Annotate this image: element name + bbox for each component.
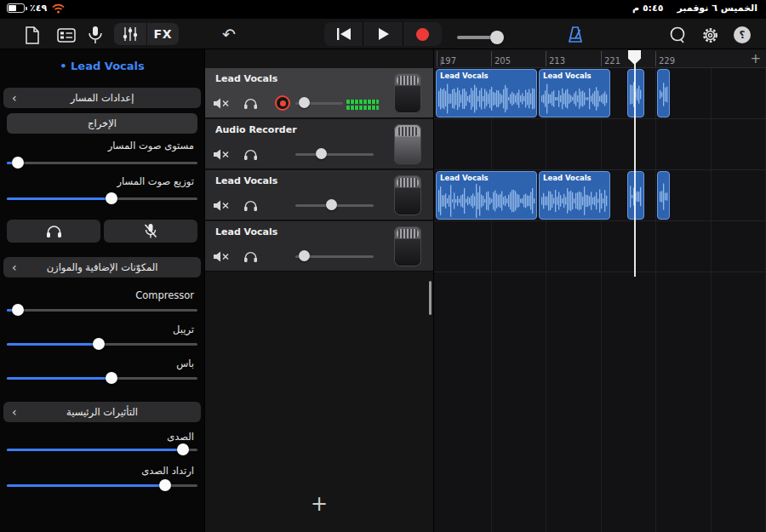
audio-region[interactable]: Lead Vocals (539, 69, 610, 117)
slider-thumb[interactable] (316, 148, 327, 159)
track-pan-slider[interactable] (7, 192, 197, 204)
level-meter (346, 100, 379, 112)
timeline-ruler[interactable]: + 197F205213221229 (434, 49, 766, 68)
record-button[interactable] (403, 22, 442, 46)
slider-thumb[interactable] (12, 157, 24, 169)
monitor-headphones-icon[interactable] (241, 248, 260, 265)
wifi-icon (52, 3, 65, 14)
rewind-button[interactable] (324, 22, 363, 46)
timeline-area: + 197F205213221229 Lead VocalsLead Vocal… (434, 49, 766, 532)
region-label: Lead Vocals (437, 172, 536, 182)
toolbar: FX ↶ ؟ (0, 19, 766, 49)
track-view-icon[interactable] (56, 25, 77, 45)
mic-monitor-off-button[interactable] (104, 220, 197, 243)
help-icon: ؟ (734, 26, 751, 43)
help-button[interactable]: ؟ (732, 25, 752, 45)
clock-time: ٥:٤٥ م (632, 3, 663, 14)
slider-thumb[interactable] (159, 479, 171, 491)
echo-slider[interactable] (7, 443, 197, 455)
master-volume-slider[interactable] (457, 31, 554, 43)
lane-row[interactable] (434, 119, 766, 170)
add-track-button[interactable]: + (306, 492, 332, 516)
mute-icon[interactable] (212, 146, 231, 163)
audio-region[interactable]: Lead Vocals (436, 171, 537, 220)
mic-slash-icon (143, 223, 158, 239)
metronome-icon[interactable] (565, 25, 586, 45)
slider-thumb[interactable] (177, 443, 189, 455)
track-volume-slider[interactable] (295, 250, 374, 262)
bass-label: باس (9, 358, 194, 369)
mute-icon[interactable] (212, 248, 231, 265)
track-volume-slider[interactable] (7, 157, 197, 169)
track-settings-sidebar: • Lead Vocals ‹ إعدادات المسار الإخراج م… (0, 49, 204, 532)
slider-thumb[interactable] (299, 97, 310, 108)
audio-region[interactable] (627, 69, 644, 117)
treble-slider[interactable] (7, 338, 197, 350)
transport-controls (324, 22, 442, 46)
mute-icon[interactable] (212, 197, 231, 214)
audio-region[interactable] (657, 171, 670, 220)
track-row-audio-recorder[interactable]: Audio Recorder (205, 119, 433, 169)
ruler-tick: 213 (546, 51, 565, 66)
chevron-left-icon: ‹ (12, 260, 17, 274)
track-name: Lead Vocals (215, 226, 277, 237)
mixer-levels-icon[interactable] (114, 23, 146, 45)
slider-thumb[interactable] (106, 372, 117, 384)
treble-label: تريبل (9, 323, 194, 335)
track-volume-slider[interactable] (295, 199, 374, 211)
playhead-line (634, 61, 636, 277)
output-button[interactable]: الإخراج (7, 113, 197, 134)
clock-date: الخميس ٦ نوفمبر (677, 3, 757, 14)
selected-track-title: • Lead Vocals (0, 60, 204, 72)
fx-button[interactable]: FX (146, 23, 180, 45)
scrollbar[interactable] (429, 281, 432, 315)
track-header-panel: Lead Vocals Audio Recorder (204, 49, 434, 532)
slider-thumb[interactable] (12, 304, 24, 316)
region-label: Lead Vocals (437, 70, 536, 80)
track-row-lead-vocals-3[interactable]: Lead Vocals (205, 221, 433, 272)
microphone-icon[interactable] (85, 25, 106, 45)
audio-region[interactable]: Lead Vocals (436, 69, 537, 117)
settings-gear-icon[interactable] (700, 25, 720, 45)
battery-icon (7, 3, 25, 13)
zoom-add-icon[interactable]: + (750, 51, 761, 66)
monitor-headphones-icon[interactable] (241, 146, 260, 163)
master-effects-header[interactable]: ‹ التأثيرات الرئيسية (3, 402, 201, 422)
monitor-headphones-icon[interactable] (241, 197, 260, 214)
track-settings-header[interactable]: ‹ إعدادات المسار (3, 88, 201, 108)
plugins-eq-header[interactable]: ‹ المكوّنات الإضافية والموازن (3, 257, 201, 277)
audio-region[interactable] (627, 171, 644, 220)
echo-tail-label: ارتداد الصدى (9, 465, 194, 477)
track-volume-slider[interactable] (295, 97, 343, 109)
record-enable-button[interactable] (275, 95, 290, 111)
play-button[interactable] (363, 22, 402, 46)
microphone-image (394, 175, 421, 215)
slider-thumb[interactable] (93, 338, 105, 350)
slider-thumb[interactable] (106, 192, 117, 204)
ruler-tick: 205 (491, 51, 511, 66)
region-label: Lead Vocals (540, 172, 609, 182)
mute-icon[interactable] (212, 94, 231, 112)
compressor-slider[interactable] (7, 304, 197, 316)
echo-tail-slider[interactable] (7, 479, 197, 491)
fx-group: FX (114, 23, 179, 45)
track-volume-slider[interactable] (295, 148, 374, 160)
track-pan-label: توزيع صوت المسار (9, 175, 194, 187)
slider-thumb[interactable] (326, 199, 337, 210)
document-icon[interactable] (22, 25, 43, 45)
track-row-lead-vocals-2[interactable]: Lead Vocals (205, 170, 433, 220)
monitor-headphones-icon[interactable] (241, 94, 260, 112)
headphones-icon (46, 224, 62, 238)
slider-thumb[interactable] (299, 250, 310, 261)
audio-region[interactable]: Lead Vocals (539, 171, 610, 220)
region-label: Lead Vocals (540, 70, 609, 80)
monitor-headphones-button[interactable] (7, 220, 100, 243)
track-row-lead-vocals-1[interactable]: Lead Vocals (205, 68, 433, 118)
lane-row[interactable] (434, 221, 766, 272)
loop-browser-icon[interactable] (667, 25, 688, 45)
volume-thumb[interactable] (490, 31, 504, 44)
microphone-image (394, 124, 421, 164)
undo-button[interactable]: ↶ (218, 23, 240, 45)
audio-region[interactable] (657, 69, 670, 117)
bass-slider[interactable] (7, 372, 197, 384)
